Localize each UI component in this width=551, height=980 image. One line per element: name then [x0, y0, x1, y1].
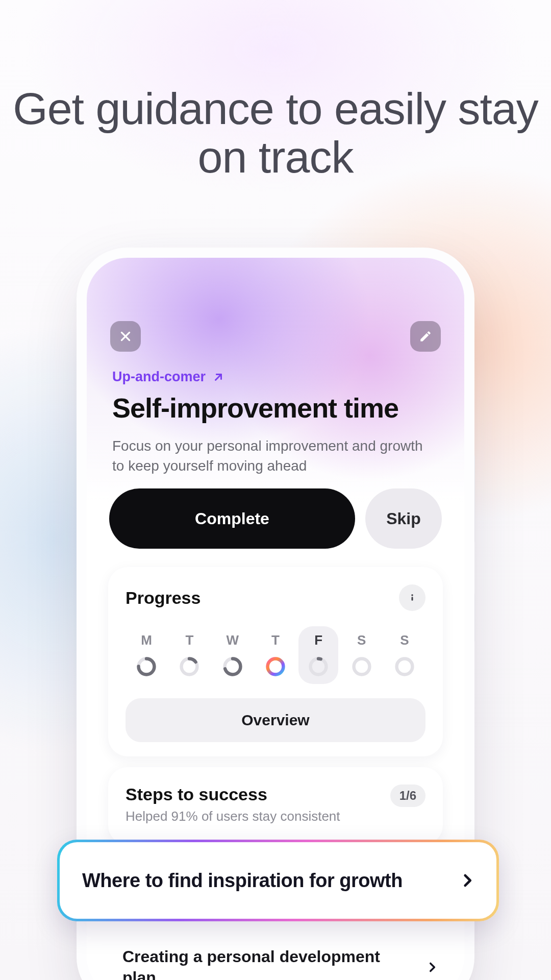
svg-point-16	[397, 659, 413, 675]
steps-count-pill: 1/6	[390, 785, 425, 807]
phone-side-button-2	[470, 592, 475, 643]
day-s[interactable]: S	[385, 626, 424, 684]
day-label: F	[314, 632, 322, 648]
day-label: T	[185, 632, 193, 648]
day-label: M	[141, 632, 152, 648]
svg-line-2	[216, 374, 221, 380]
progress-info-button[interactable]	[399, 584, 425, 611]
day-label: W	[226, 632, 239, 648]
step-item-label: Creating a personal development plan	[122, 946, 410, 980]
complete-button[interactable]: Complete	[109, 488, 355, 549]
day-m[interactable]: M	[127, 626, 166, 684]
step-item[interactable]: Creating a personal development plan	[122, 946, 439, 980]
detail-description: Focus on your personal improvement and g…	[112, 436, 439, 476]
arrow-up-right-icon	[213, 372, 224, 383]
day-t[interactable]: T	[256, 626, 295, 684]
progress-ring-icon	[352, 656, 372, 677]
progress-ring-icon	[265, 656, 286, 677]
day-label: S	[357, 632, 366, 648]
progress-card: Progress MTWTFSS Overview	[108, 567, 443, 756]
progress-ring-icon	[136, 656, 157, 677]
chevron-right-icon	[459, 872, 476, 889]
progress-ring-icon	[179, 656, 199, 677]
progress-ring-icon	[394, 656, 415, 677]
close-icon	[119, 330, 132, 343]
pencil-icon	[419, 330, 432, 343]
category-link[interactable]: Up-and-comer	[112, 369, 439, 385]
step-highlight-label: Where to find inspiration for growth	[82, 870, 403, 892]
day-s[interactable]: S	[342, 626, 382, 684]
info-icon	[407, 593, 417, 603]
step-highlight-card[interactable]: Where to find inspiration for growth	[57, 840, 499, 921]
overview-button[interactable]: Overview	[126, 698, 425, 742]
svg-point-12	[268, 659, 284, 675]
svg-rect-4	[412, 597, 413, 601]
category-label: Up-and-comer	[112, 369, 206, 385]
steps-subtitle: Helped 91% of users stay consistent	[126, 808, 340, 824]
progress-ring-icon	[222, 656, 243, 677]
steps-card: Steps to success Helped 91% of users sta…	[108, 767, 443, 845]
skip-button[interactable]: Skip	[365, 488, 442, 549]
svg-point-13	[311, 659, 327, 675]
week-row: MTWTFSS	[126, 626, 425, 684]
close-button[interactable]	[110, 321, 141, 352]
steps-title: Steps to success	[126, 785, 340, 804]
progress-title: Progress	[126, 588, 201, 608]
day-w[interactable]: W	[213, 626, 253, 684]
day-t[interactable]: T	[169, 626, 209, 684]
day-f[interactable]: F	[298, 626, 338, 684]
progress-ring-icon	[308, 656, 329, 677]
phone-side-button-1	[470, 454, 475, 544]
day-label: T	[271, 632, 280, 648]
page-headline: Get guidance to easily stay on track	[0, 84, 551, 181]
detail-title: Self-improvement time	[112, 392, 439, 424]
day-label: S	[400, 632, 409, 648]
svg-point-3	[411, 594, 413, 596]
svg-point-15	[354, 659, 369, 675]
chevron-right-icon	[425, 961, 439, 974]
edit-button[interactable]	[410, 321, 441, 352]
